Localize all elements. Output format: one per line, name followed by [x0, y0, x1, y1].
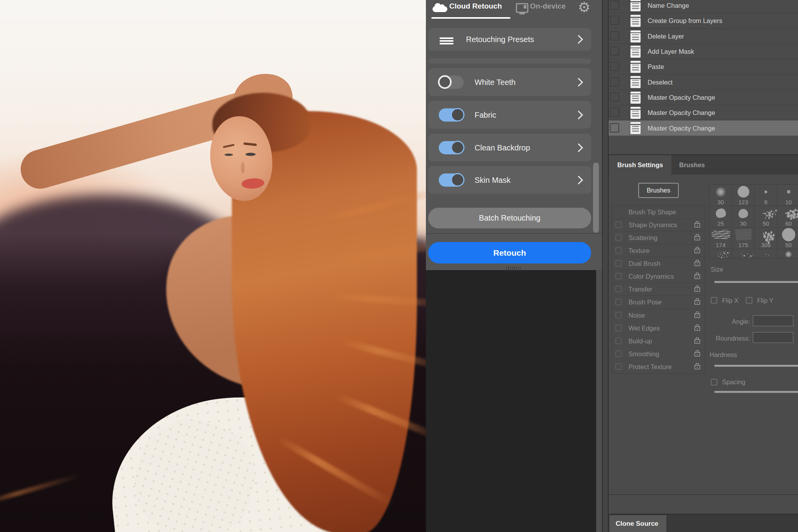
- history-step[interactable]: Create Group from Layers: [609, 13, 798, 28]
- retouch-feature-row[interactable]: Fabric: [428, 101, 591, 129]
- brush-option-checkbox[interactable]: [615, 363, 622, 370]
- history-source-checkbox[interactable]: [610, 46, 619, 56]
- retouching-presets-row[interactable]: Retouching Presets: [428, 28, 591, 51]
- brush-option-row[interactable]: Protect Texture: [612, 361, 705, 373]
- gear-icon[interactable]: ⚙: [578, 0, 590, 15]
- brush-preset[interactable]: [710, 249, 732, 258]
- panel-dock-spine[interactable]: [602, 0, 609, 532]
- brush-option-checkbox[interactable]: [615, 247, 622, 254]
- feature-toggle[interactable]: [439, 141, 464, 154]
- flip-y-checkbox[interactable]: [746, 297, 752, 304]
- tab-cloud-retouch[interactable]: Cloud Retouch: [449, 2, 502, 11]
- brush-preset[interactable]: 123: [732, 185, 755, 206]
- brush-option-row[interactable]: Texture: [612, 244, 705, 257]
- brush-option-label: Scattering: [629, 234, 657, 242]
- history-step[interactable]: Deselect: [609, 74, 798, 89]
- brush-option-checkbox[interactable]: [615, 299, 622, 305]
- batch-retouching-button[interactable]: Batch Retouching: [428, 208, 591, 228]
- brush-option-checkbox[interactable]: [615, 312, 622, 318]
- brush-preset[interactable]: 50: [777, 228, 798, 249]
- brush-option-row[interactable]: Build-up: [612, 335, 705, 348]
- brush-preset[interactable]: 60: [777, 206, 798, 228]
- toggle-knob: [451, 141, 464, 154]
- brush-option-row[interactable]: Brush Pose: [612, 296, 705, 309]
- history-source-checkbox[interactable]: [610, 123, 619, 133]
- history-source-checkbox[interactable]: [610, 108, 619, 117]
- brush-preset[interactable]: 25: [710, 206, 732, 228]
- history-source-checkbox[interactable]: [610, 0, 619, 10]
- history-step[interactable]: Master Opacity Change: [609, 90, 798, 105]
- plugin-scrollbar-thumb[interactable]: [593, 163, 599, 233]
- spacing-slider[interactable]: [714, 391, 798, 393]
- brush-preset[interactable]: 10: [777, 185, 798, 206]
- brush-option-checkbox[interactable]: [615, 260, 622, 267]
- brush-preset-thumbnail: [777, 249, 798, 258]
- brush-preset[interactable]: 175: [732, 228, 755, 249]
- size-slider[interactable]: [714, 281, 798, 283]
- brush-preset[interactable]: 30: [710, 185, 732, 206]
- brush-option-row[interactable]: Brush Tip Shape: [612, 206, 705, 219]
- hamburger-icon: [440, 37, 454, 39]
- tab-clone-source[interactable]: Clone Source: [609, 515, 666, 532]
- feature-toggle[interactable]: [439, 108, 464, 122]
- brush-preset-size: 306: [755, 242, 777, 248]
- history-source-checkbox[interactable]: [610, 77, 619, 87]
- brush-option-row[interactable]: Shape Dynamics: [612, 219, 705, 232]
- brush-option-row[interactable]: Noise: [612, 309, 705, 322]
- canvas-photo[interactable]: [0, 0, 426, 532]
- history-step[interactable]: Delete Layer: [609, 28, 798, 44]
- history-step[interactable]: Master Opacity Change: [609, 120, 798, 135]
- brushes-button[interactable]: Brushes: [638, 183, 679, 198]
- brush-option-row[interactable]: Dual Brush: [612, 257, 705, 270]
- history-step[interactable]: Name Change: [609, 0, 798, 13]
- history-source-checkbox[interactable]: [610, 16, 619, 25]
- brush-preset[interactable]: 8: [755, 185, 777, 206]
- brush-option-row[interactable]: Transfer: [612, 283, 705, 296]
- brush-option-checkbox[interactable]: [615, 234, 622, 241]
- brush-option-row[interactable]: Wet Edges: [612, 322, 705, 335]
- resize-grip[interactable]: [506, 267, 522, 270]
- brush-option-checkbox[interactable]: [615, 286, 622, 292]
- brush-option-row[interactable]: Color Dynamics: [612, 270, 705, 283]
- brush-preset[interactable]: 50: [755, 206, 777, 228]
- brush-option-label: Noise: [629, 312, 645, 319]
- brush-preset[interactable]: 30: [732, 206, 755, 228]
- history-source-checkbox[interactable]: [610, 92, 619, 102]
- brush-option-checkbox[interactable]: [615, 325, 622, 331]
- retouch-feature-row[interactable]: White Teeth: [428, 68, 591, 96]
- history-step[interactable]: Master Opacity Change: [609, 105, 798, 120]
- brush-option-checkbox[interactable]: [615, 350, 622, 357]
- brush-preset[interactable]: [732, 249, 755, 258]
- history-source-checkbox[interactable]: [610, 31, 619, 41]
- brush-preset[interactable]: 174: [710, 228, 732, 249]
- history-step[interactable]: Add Layer Mask: [609, 44, 798, 59]
- retouch-button[interactable]: Retouch: [428, 242, 591, 263]
- tab-on-device[interactable]: On-device: [530, 2, 566, 11]
- retouch-feature-row[interactable]: Clean Backdrop: [428, 134, 591, 161]
- brush-option-row[interactable]: Smoothing: [612, 348, 705, 361]
- brush-option-checkbox[interactable]: [615, 273, 622, 279]
- brush-preset[interactable]: [755, 249, 777, 258]
- history-step[interactable]: Paste: [609, 59, 798, 74]
- feature-toggle[interactable]: [439, 173, 464, 187]
- history-step-icon: [630, 15, 641, 27]
- tab-brushes[interactable]: Brushes: [672, 155, 712, 175]
- brush-option-label: Build-up: [629, 338, 652, 345]
- lock-icon: [694, 249, 700, 253]
- feature-toggle[interactable]: [439, 76, 464, 89]
- brush-option-checkbox[interactable]: [615, 338, 622, 344]
- monitor-icon: [516, 3, 528, 13]
- brush-option-checkbox[interactable]: [615, 221, 622, 228]
- brush-preset[interactable]: [777, 249, 798, 258]
- history-step-label: Add Layer Mask: [648, 48, 694, 55]
- retouch-feature-row[interactable]: Skin Mask: [428, 166, 591, 194]
- angle-input[interactable]: [753, 315, 793, 326]
- history-source-checkbox[interactable]: [610, 62, 619, 71]
- hardness-slider[interactable]: [714, 365, 798, 367]
- tab-brush-settings[interactable]: Brush Settings: [609, 155, 671, 175]
- brush-option-row[interactable]: Scattering: [612, 232, 705, 244]
- roundness-input[interactable]: [753, 332, 793, 343]
- spacing-checkbox[interactable]: [711, 379, 717, 385]
- brush-preset[interactable]: 306: [755, 228, 777, 249]
- flip-x-checkbox[interactable]: [711, 297, 717, 304]
